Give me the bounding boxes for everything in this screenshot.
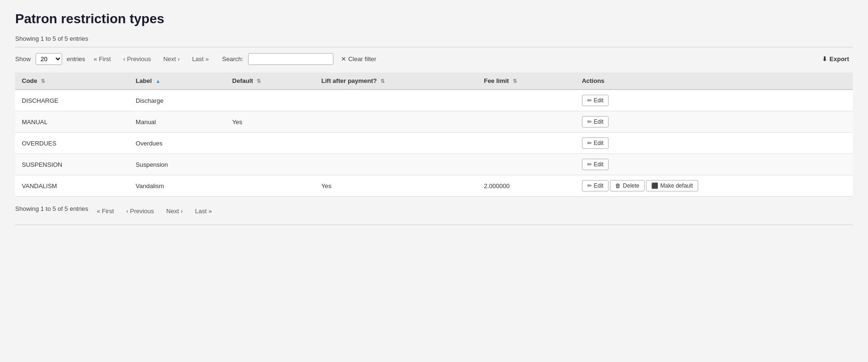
edit-btn-row4[interactable]: ✏Edit <box>582 180 609 191</box>
cell-default <box>226 154 315 175</box>
edit-btn-row3[interactable]: ✏Edit <box>582 159 609 170</box>
col-default[interactable]: Default ⇅ <box>226 72 315 90</box>
first-btn-bottom[interactable]: « First <box>93 206 118 217</box>
search-input[interactable] <box>248 53 333 65</box>
col-label-label: Label <box>136 77 152 84</box>
edit-btn-row2[interactable]: ✏Edit <box>582 137 609 149</box>
export-icon: ⬇ <box>822 55 827 63</box>
next-btn-bottom[interactable]: Next › <box>163 206 187 217</box>
bottom-divider <box>15 225 853 225</box>
col-default-sort-icon: ⇅ <box>257 78 261 84</box>
cell-default <box>226 90 315 111</box>
col-code-label: Code <box>22 77 37 84</box>
showing-info-top: Showing 1 to 5 of 5 entries <box>15 35 853 42</box>
table-row: DISCHARGEDischarge✏Edit <box>15 90 853 111</box>
cell-label: Vandalism <box>129 175 225 197</box>
edit-label: Edit <box>594 161 604 168</box>
edit-btn-row1[interactable]: ✏Edit <box>582 116 609 127</box>
col-actions-label: Actions <box>582 77 605 84</box>
cell-default <box>226 175 315 197</box>
next-btn-top[interactable]: Next › <box>159 54 184 64</box>
edit-label: Edit <box>594 118 604 125</box>
col-code[interactable]: Code ⇅ <box>15 72 129 90</box>
edit-icon: ✏ <box>587 97 592 104</box>
col-fee-limit[interactable]: Fee limit ⇅ <box>477 72 575 90</box>
entries-label: entries <box>67 55 85 63</box>
cell-actions: ✏Edit <box>575 111 853 133</box>
cell-code: MANUAL <box>15 111 129 133</box>
edit-btn-row0[interactable]: ✏Edit <box>582 95 609 106</box>
col-code-sort-icon: ⇅ <box>41 78 45 84</box>
col-label-sort-icon: ▲ <box>156 78 161 84</box>
table-row: SUSPENSIONSuspension✏Edit <box>15 154 853 175</box>
col-actions: Actions <box>575 72 853 90</box>
cell-code: DISCHARGE <box>15 90 129 111</box>
cell-code: OVERDUES <box>15 133 129 154</box>
cell-default: Yes <box>226 111 315 133</box>
show-label: Show <box>15 55 31 63</box>
search-label: Search: <box>222 55 243 63</box>
controls-row: Show 10 20 50 100 entries « First ‹ Prev… <box>15 53 853 65</box>
x-icon: ✕ <box>341 55 346 63</box>
delete-icon: 🗑 <box>615 182 621 189</box>
page-title: Patron restriction types <box>15 11 853 27</box>
edit-icon: ✏ <box>587 140 592 146</box>
entries-select[interactable]: 10 20 50 100 <box>36 53 62 65</box>
cell-lift_after_payment <box>315 90 478 111</box>
col-lift-after-payment-label: Lift after payment? <box>322 77 377 84</box>
col-lift-sort-icon: ⇅ <box>380 78 385 84</box>
export-btn[interactable]: ⬇ Export <box>818 54 853 64</box>
edit-icon: ✏ <box>587 161 592 168</box>
cell-fee_limit <box>477 133 575 154</box>
cell-default <box>226 133 315 154</box>
previous-btn-bottom[interactable]: ‹ Previous <box>122 206 158 217</box>
cell-actions: ✏Edit <box>575 154 853 175</box>
bottom-bar: Showing 1 to 5 of 5 entries « First ‹ Pr… <box>15 203 853 217</box>
restriction-types-table: Code ⇅ Label ▲ Default ⇅ Lift after paym… <box>15 72 853 197</box>
make-default-icon: ⬛ <box>651 182 658 189</box>
table-row: VANDALISMVandalismYes2.000000✏Edit🗑Delet… <box>15 175 853 197</box>
showing-info-bottom: Showing 1 to 5 of 5 entries <box>15 205 88 212</box>
edit-label: Edit <box>594 140 604 146</box>
col-lift-after-payment[interactable]: Lift after payment? ⇅ <box>315 72 478 90</box>
make-default-label: Make default <box>660 182 693 189</box>
cell-label: Manual <box>129 111 225 133</box>
top-divider <box>15 47 853 47</box>
table-row: OVERDUESOverdues✏Edit <box>15 133 853 154</box>
edit-icon: ✏ <box>587 182 592 189</box>
clear-filter-label: Clear filter <box>348 55 376 63</box>
make-default-btn-row4[interactable]: ⬛Make default <box>646 180 698 191</box>
cell-fee_limit: 2.000000 <box>477 175 575 197</box>
cell-fee_limit <box>477 111 575 133</box>
col-default-label: Default <box>232 77 253 84</box>
table-row: MANUALManualYes✏Edit <box>15 111 853 133</box>
cell-fee_limit <box>477 90 575 111</box>
edit-label: Edit <box>594 97 604 104</box>
cell-code: VANDALISM <box>15 175 129 197</box>
previous-btn-top[interactable]: ‹ Previous <box>120 54 155 64</box>
cell-lift_after_payment <box>315 111 478 133</box>
cell-label: Discharge <box>129 90 225 111</box>
col-label[interactable]: Label ▲ <box>129 72 225 90</box>
table-header: Code ⇅ Label ▲ Default ⇅ Lift after paym… <box>15 72 853 90</box>
cell-actions: ✏Edit <box>575 133 853 154</box>
edit-icon: ✏ <box>587 118 592 125</box>
export-label: Export <box>830 55 849 63</box>
cell-label: Suspension <box>129 154 225 175</box>
col-fee-limit-sort-icon: ⇅ <box>513 78 517 84</box>
edit-label: Edit <box>594 182 604 189</box>
cell-actions: ✏Edit🗑Delete⬛Make default <box>575 175 853 197</box>
cell-lift_after_payment <box>315 133 478 154</box>
delete-label: Delete <box>623 182 639 189</box>
last-btn-bottom[interactable]: Last » <box>191 206 215 217</box>
cell-actions: ✏Edit <box>575 90 853 111</box>
col-fee-limit-label: Fee limit <box>484 77 509 84</box>
first-btn-top[interactable]: « First <box>90 54 115 64</box>
cell-fee_limit <box>477 154 575 175</box>
cell-lift_after_payment <box>315 154 478 175</box>
cell-label: Overdues <box>129 133 225 154</box>
delete-btn-row4[interactable]: 🗑Delete <box>610 180 645 191</box>
clear-filter-btn[interactable]: ✕ Clear filter <box>338 54 379 64</box>
table-body: DISCHARGEDischarge✏EditMANUALManualYes✏E… <box>15 90 853 197</box>
last-btn-top[interactable]: Last » <box>188 54 212 64</box>
